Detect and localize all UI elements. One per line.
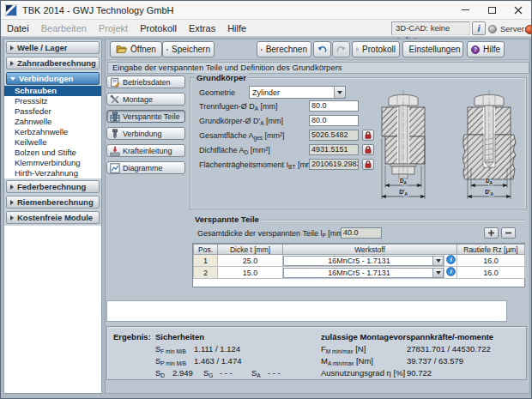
sidebar-item-passfeder[interactable]: Passfeder bbox=[4, 106, 101, 117]
grundkoerper-d-input[interactable]: 80.0 bbox=[309, 115, 359, 126]
gesamtdicke-field: 40.0 bbox=[341, 227, 382, 239]
chevron-right-icon bbox=[10, 184, 14, 190]
menu-extras[interactable]: Extras bbox=[183, 21, 221, 35]
sidebar-group-welle-lager[interactable]: Welle / Lager bbox=[6, 41, 100, 54]
chevron-right-icon bbox=[10, 61, 14, 66]
sidebar-item-klemmverbindung[interactable]: Klemmverbindung bbox=[4, 158, 101, 168]
folder-open-icon bbox=[116, 45, 127, 54]
gesamtflaeche-lock-button[interactable] bbox=[362, 130, 374, 141]
gesamtflaeche-label: Gesamtfläche Ages [mm²] bbox=[199, 131, 285, 141]
help-icon: ? bbox=[471, 45, 480, 55]
nav-verbindung-button[interactable]: Verbindung bbox=[106, 127, 185, 140]
calculate-button[interactable]: Berechnen bbox=[257, 41, 311, 57]
dichtflaeche-label: Dichtfläche AD [mm²] bbox=[199, 146, 270, 155]
geometrie-select[interactable]: Zylinder bbox=[249, 86, 346, 99]
werkstoff-select[interactable]: 16MnCr5 - 1.7131 bbox=[283, 268, 444, 278]
toolbar: Öffnen Speichern Berechnen Protokoll bbox=[106, 39, 529, 60]
save-button[interactable]: Speichern bbox=[162, 41, 215, 57]
trennfugen-label: Trennfugen-Ø DA [mm] bbox=[199, 102, 278, 112]
sd-value: 2.949 bbox=[172, 368, 193, 378]
app-logo-icon bbox=[5, 4, 17, 16]
sf-label: SF min M/B bbox=[155, 344, 186, 354]
sidebar-item-presssitz[interactable]: Presssitz bbox=[4, 96, 101, 106]
main-panel: Öffnen Speichern Berechnen Protokoll bbox=[105, 39, 530, 394]
rautiefe-cell[interactable]: 16.0 bbox=[457, 267, 525, 279]
svg-text:D'A: D'A bbox=[485, 189, 493, 196]
module-sidebar: Welle / Lager Zahnradberechnung Verbindu… bbox=[3, 39, 102, 394]
minus-icon bbox=[505, 229, 512, 237]
dichtflaeche-lock-button[interactable] bbox=[362, 144, 374, 155]
dicke-cell[interactable]: 15.0 bbox=[218, 267, 283, 279]
menu-hilfe[interactable]: Hilfe bbox=[221, 21, 252, 35]
table-row: 1 25.0 16MnCr5 - 1.7131 i 16.0 bbox=[194, 255, 525, 267]
remove-row-button[interactable] bbox=[501, 227, 516, 239]
ausnutzung-value: 90.722 bbox=[407, 368, 432, 378]
sidebar-group-federberechnung[interactable]: Federberechnung bbox=[6, 180, 100, 193]
add-row-button[interactable] bbox=[484, 227, 499, 239]
dropdown-arrow-icon[interactable] bbox=[334, 87, 345, 98]
sidebar-verbindungen-list: Schrauben Presssitz Passfeder Zahnwelle … bbox=[4, 86, 101, 178]
info-icon[interactable]: i bbox=[446, 267, 456, 276]
nav-verspannte-teile-button[interactable]: Verspannte Teile bbox=[106, 110, 185, 123]
sidebar-item-keilwelle[interactable]: Keilwelle bbox=[4, 137, 101, 148]
sg-label: SG bbox=[203, 368, 213, 378]
sidebar-group-kostenfreie-module[interactable]: Kostenfreie Module bbox=[6, 211, 100, 224]
sd-label: SD bbox=[155, 368, 165, 378]
sp-label: SP min M/B bbox=[155, 356, 186, 366]
minimize-button[interactable] bbox=[452, 1, 478, 19]
grundkoerper-groupbox: Geometrie Zylinder Trennfugen-Ø DA [mm] … bbox=[190, 77, 527, 209]
protocol-button[interactable]: Protokoll bbox=[352, 41, 400, 57]
minimize-icon bbox=[462, 9, 469, 10]
verspannte-teile-icon bbox=[110, 112, 120, 122]
sa-value: - - - bbox=[268, 368, 281, 378]
sidebar-item-zahnwelle[interactable]: Zahnwelle bbox=[4, 117, 101, 127]
sidebar-item-bolzen-und-stifte[interactable]: Bolzen und Stifte bbox=[4, 148, 101, 158]
open-button[interactable]: Öffnen bbox=[110, 41, 162, 57]
col-pos: Pos. bbox=[194, 245, 218, 255]
dropdown-arrow-icon[interactable] bbox=[432, 257, 443, 265]
table-header-row: Pos. Dicke t [mm] Werkstoff Rautiefe Rz … bbox=[194, 245, 525, 255]
nav-montage-button[interactable]: Montage bbox=[106, 93, 185, 106]
flaechentraegheitsmoment-lock-button[interactable] bbox=[362, 159, 374, 170]
fm-label: FM min/max [N] bbox=[321, 344, 366, 354]
sidebar-item-hirth-verzahnung[interactable]: Hirth-Verzahnung bbox=[4, 168, 101, 178]
nav-betriebsdaten-button[interactable]: Betriebsdaten bbox=[106, 76, 185, 88]
svg-text:D'A: D'A bbox=[399, 189, 408, 196]
lock-icon bbox=[365, 131, 372, 139]
status-info-bar: Eingabe der verspannten Teile und Defini… bbox=[107, 62, 529, 74]
info-icon[interactable]: i bbox=[446, 255, 456, 264]
sidebar-item-schrauben[interactable]: Schrauben bbox=[4, 86, 101, 96]
pos-cell: 1 bbox=[194, 255, 218, 267]
rautiefe-cell[interactable]: 16.0 bbox=[457, 255, 525, 267]
sidebar-item-kerbzahnwelle[interactable]: Kerbzahnwelle bbox=[4, 127, 101, 137]
cad-info-button[interactable]: i bbox=[472, 21, 486, 35]
maximize-button[interactable] bbox=[479, 1, 505, 19]
gesamtflaeche-field: 5026.5482 bbox=[309, 130, 359, 141]
werkstoff-select[interactable]: 16MnCr5 - 1.7131 bbox=[283, 256, 444, 266]
undo-button[interactable] bbox=[313, 41, 331, 57]
dropdown-arrow-icon[interactable] bbox=[432, 269, 443, 277]
krafteinleitung-icon bbox=[110, 146, 120, 156]
sidebar-group-verbindungen[interactable]: Verbindungen bbox=[6, 72, 100, 85]
menu-datei[interactable]: Datei bbox=[1, 21, 35, 35]
settings-button[interactable]: Einstellungen bbox=[402, 41, 463, 57]
material-info-cell: i bbox=[444, 255, 457, 267]
dicke-cell[interactable]: 25.0 bbox=[218, 255, 283, 267]
document-icon bbox=[356, 44, 359, 55]
table-row: 2 15.0 16MnCr5 - 1.7131 i 16.0 bbox=[194, 267, 525, 279]
trennfugen-input[interactable]: 80.0 bbox=[309, 100, 359, 112]
safety-header: Sicherheiten bbox=[155, 332, 204, 342]
server-label: Server: bbox=[500, 24, 527, 33]
menu-bar: Datei Bearbeiten Projekt Protokoll Extra… bbox=[1, 20, 531, 37]
sidebar-group-riemenberechnung[interactable]: Riemenberechnung bbox=[6, 196, 100, 209]
menu-protokoll[interactable]: Protokoll bbox=[134, 21, 183, 35]
betriebsdaten-icon bbox=[110, 77, 120, 88]
material-info-cell: i bbox=[444, 267, 457, 279]
close-button[interactable] bbox=[505, 1, 531, 19]
sidebar-group-zahnradberechnung[interactable]: Zahnradberechnung bbox=[6, 57, 100, 70]
help-button[interactable]: ? Hilfe bbox=[467, 41, 505, 57]
nav-diagramme-button[interactable]: Diagramme bbox=[106, 161, 185, 174]
ma-value: 39.737 / 63.579 bbox=[407, 356, 463, 366]
nav-krafteinleitung-button[interactable]: Krafteinleitung bbox=[106, 144, 185, 157]
chevron-right-icon bbox=[10, 45, 14, 51]
